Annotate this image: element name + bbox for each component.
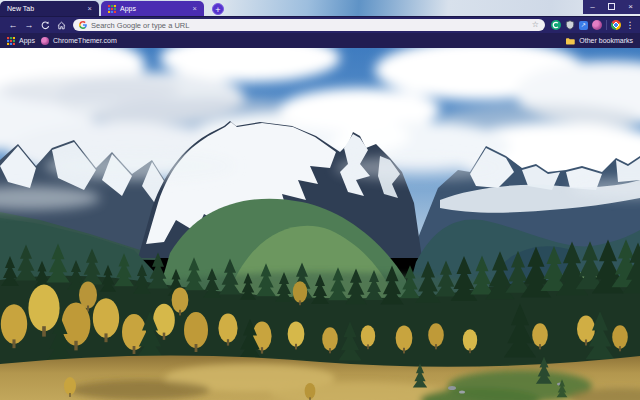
minimize-button[interactable]: – [587,3,599,11]
close-button[interactable]: × [625,3,637,11]
omnibox-input[interactable] [91,21,528,30]
extensions-area: ↗ ⋮ [551,20,635,30]
tab-close-icon[interactable]: × [88,5,92,13]
folder-icon [565,37,575,45]
menu-icon[interactable]: ⋮ [625,21,635,30]
home-icon[interactable] [53,21,69,30]
tab-label: New Tab [7,5,34,12]
tab-apps[interactable]: Apps × [101,1,204,16]
new-tab-wallpaper [0,48,640,400]
bookmark-apps[interactable]: Apps [7,37,35,45]
chromethemer-favicon [41,37,49,45]
tab-close-icon[interactable]: × [193,5,197,13]
bookmark-label: Apps [19,37,35,44]
omnibox[interactable]: ☆ [73,19,545,31]
bookmark-star-icon[interactable]: ☆ [532,21,539,29]
other-bookmarks-label: Other bookmarks [579,37,633,44]
extension-shield-icon[interactable] [565,20,575,30]
tab-new-tab[interactable]: New Tab × [0,1,99,16]
bookmark-chromethemer[interactable]: ChromeThemer.com [41,37,117,45]
reload-icon[interactable] [37,21,53,30]
tab-label: Apps [120,5,136,12]
window-controls: – × [583,0,640,14]
toolbar: ← → ☆ [0,16,640,33]
apps-grid-icon [7,37,15,45]
other-bookmarks-button[interactable]: Other bookmarks [565,37,633,45]
mountain-landscape-image [0,48,640,400]
tab-strip: New Tab × Apps × + – × [0,0,640,16]
extension-blue-arrow-icon[interactable]: ↗ [579,21,588,30]
back-icon[interactable]: ← [5,21,21,30]
extensions-separator [606,20,607,30]
bookmarks-bar: Apps ChromeThemer.com Other bookmarks [0,33,640,48]
apps-grid-icon [108,5,116,13]
new-tab-button[interactable]: + [212,3,224,15]
forward-icon[interactable]: → [21,21,37,30]
extension-green-circle-icon[interactable] [551,20,561,30]
browser-window: New Tab × Apps × + – × ← → [0,0,640,400]
maximize-button[interactable] [606,3,618,12]
extension-pink-circle-icon[interactable] [592,20,602,30]
chrome-logo-icon[interactable] [611,20,621,30]
google-g-icon [79,21,87,29]
bookmark-label: ChromeThemer.com [53,37,117,44]
